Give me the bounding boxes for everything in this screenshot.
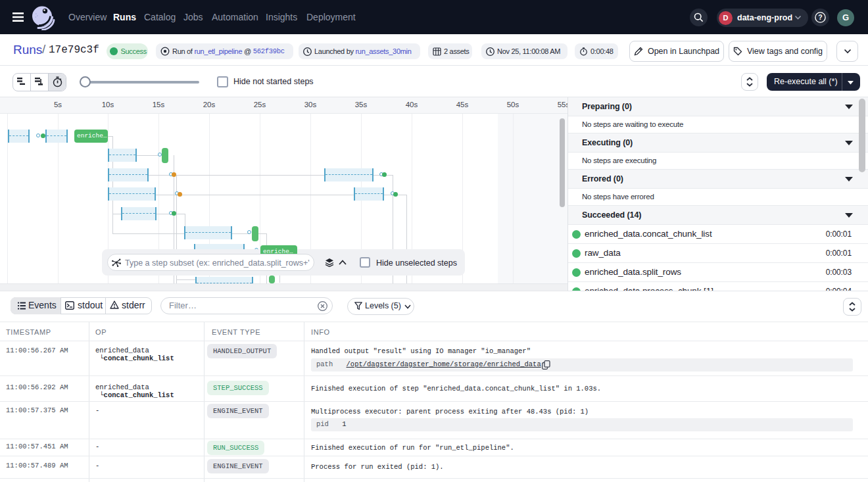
svg-text:?: ? bbox=[818, 13, 822, 21]
